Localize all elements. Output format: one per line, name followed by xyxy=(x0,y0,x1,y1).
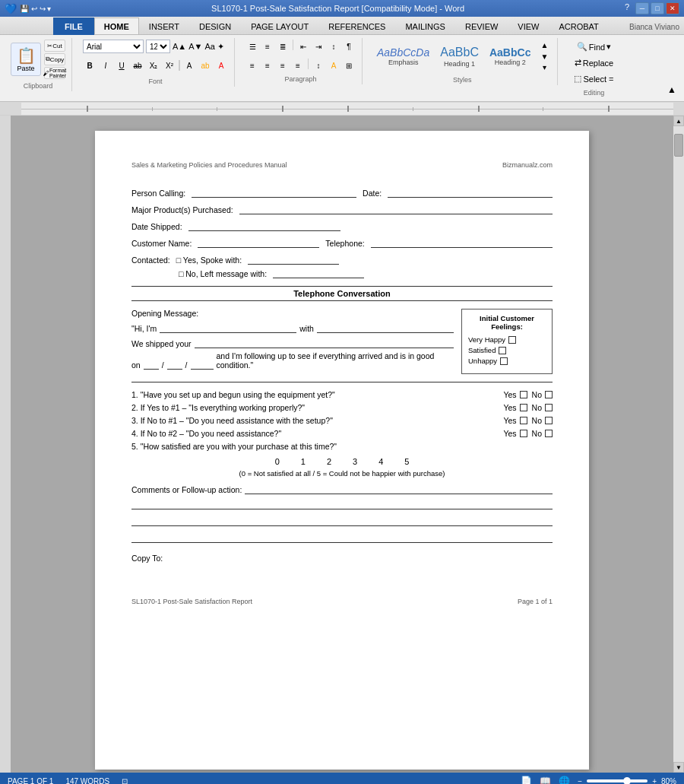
zoom-out-button[interactable]: − xyxy=(578,777,582,785)
select-button[interactable]: ⬚ Select = xyxy=(568,71,619,86)
sort-button[interactable]: ↕ xyxy=(327,40,340,53)
superscript-button[interactable]: X² xyxy=(163,59,176,72)
spoke-with-line xyxy=(248,254,339,265)
q4-no-checkbox[interactable] xyxy=(545,430,553,437)
very-happy-checkbox[interactable] xyxy=(508,336,516,344)
numbering-button[interactable]: ≡ xyxy=(261,40,274,53)
scroll-thumb[interactable] xyxy=(674,134,683,157)
show-marks-button[interactable]: ¶ xyxy=(342,40,356,53)
font-color-button[interactable]: A xyxy=(214,59,228,72)
q3-no-checkbox[interactable] xyxy=(545,417,553,424)
copy-button[interactable]: ⧉ Copy xyxy=(44,53,65,65)
scale-4: 4 xyxy=(378,457,383,466)
style-heading2[interactable]: AaBbCc Heading 2 xyxy=(486,44,534,69)
multilevel-list-button[interactable]: ≣ xyxy=(276,40,290,53)
tab-insert[interactable]: INSERT xyxy=(139,17,189,34)
restore-button[interactable]: □ xyxy=(651,2,664,14)
ribbon-collapse-button[interactable]: ▲ xyxy=(664,81,679,98)
satisfied-label: Satisfied xyxy=(468,346,496,354)
bold-button[interactable]: B xyxy=(83,59,97,72)
style-emphasis[interactable]: AaBbCcDa Emphasis xyxy=(373,44,433,69)
styles-scroll-down[interactable]: ▼ xyxy=(537,51,551,62)
minimize-button[interactable]: ─ xyxy=(635,2,649,14)
italic-button[interactable]: I xyxy=(99,59,112,72)
shading-button[interactable]: A xyxy=(327,59,340,72)
view-web-icon[interactable]: 🌐 xyxy=(559,776,570,784)
tab-acrobat[interactable]: ACROBAT xyxy=(549,17,608,34)
tab-review[interactable]: REVIEW xyxy=(455,17,508,34)
view-read-icon[interactable]: 📖 xyxy=(540,776,551,784)
q2-yes: Yes xyxy=(503,403,527,412)
q2-no-checkbox[interactable] xyxy=(545,404,553,411)
cut-button[interactable]: ✂ Cut xyxy=(44,40,65,52)
clipboard-content: 📋 Paste ✂ Cut ⧉ Copy 🖌 Format Painter xyxy=(11,40,65,79)
tab-mailings[interactable]: MAILINGS xyxy=(395,17,455,34)
find-button[interactable]: 🔍 Find ▾ xyxy=(572,40,616,54)
replace-button[interactable]: ⇄ Replace xyxy=(569,56,619,70)
format-painter-button[interactable]: 🖌 Format Painter xyxy=(44,67,65,79)
view-print-icon[interactable]: 📄 xyxy=(521,776,532,784)
subscript-button[interactable]: X₂ xyxy=(147,59,160,72)
date-slash2 xyxy=(167,359,182,370)
font-size-select[interactable]: 12 xyxy=(146,40,170,53)
scroll-down-button[interactable]: ▼ xyxy=(673,762,684,773)
scale-note: (0 = Not satisfied at all / 5 = Could no… xyxy=(131,469,553,478)
person-date-row: Person Calling: Date: xyxy=(131,187,553,198)
q1-yes-checkbox[interactable] xyxy=(520,391,527,398)
line-spacing-button[interactable]: ↕ xyxy=(312,59,325,72)
close-button[interactable]: ✕ xyxy=(666,2,679,14)
scale-5: 5 xyxy=(404,457,409,466)
styles-more[interactable]: ▾ xyxy=(537,62,551,73)
q5-text: 5. "How satisfied are you with your purc… xyxy=(131,442,337,451)
decrease-indent-button[interactable]: ⇤ xyxy=(296,40,310,53)
q4-yes-checkbox[interactable] xyxy=(520,430,527,437)
opening-message-label: Opening Message: xyxy=(131,309,454,318)
satisfaction-scale: 0 1 2 3 4 5 xyxy=(131,457,553,466)
font-name-select[interactable]: Arial xyxy=(83,40,144,53)
styles-scroll-up[interactable]: ▲ xyxy=(537,40,551,51)
zoom-slider[interactable] xyxy=(587,779,648,782)
satisfied-checkbox[interactable] xyxy=(499,347,506,354)
we-shipped-text: We shipped your xyxy=(131,339,192,348)
document-container[interactable]: Sales & Marketing Policies and Procedure… xyxy=(11,116,673,773)
clear-format-icon[interactable]: ✦ xyxy=(217,42,224,52)
help-button[interactable]: ? xyxy=(625,2,629,14)
tab-design[interactable]: DESIGN xyxy=(189,17,241,34)
tab-references[interactable]: REFERENCES xyxy=(318,17,395,34)
strikethrough-button[interactable]: ab xyxy=(131,59,144,72)
shrink-font-icon[interactable]: A▼ xyxy=(188,42,202,51)
user-name: Bianca Viviano xyxy=(625,20,684,34)
styles-content: AaBbCcDa Emphasis AaBbC Heading 1 AaBbCc… xyxy=(373,40,551,73)
bullets-button[interactable]: ☰ xyxy=(245,40,259,53)
tab-file[interactable]: FILE xyxy=(53,17,94,35)
paste-button[interactable]: 📋 Paste xyxy=(11,43,41,76)
zoom-in-button[interactable]: + xyxy=(652,777,657,785)
grow-font-icon[interactable]: A▲ xyxy=(173,42,186,51)
align-left-button[interactable]: ≡ xyxy=(245,59,259,72)
increase-indent-button[interactable]: ⇥ xyxy=(312,40,325,53)
scroll-up-button[interactable]: ▲ xyxy=(673,116,684,126)
styles-group: AaBbCcDa Emphasis AaBbC Heading 1 AaBbCc… xyxy=(367,38,558,85)
align-right-button[interactable]: ≡ xyxy=(276,59,290,72)
clipboard-small-buttons: ✂ Cut ⧉ Copy 🖌 Format Painter xyxy=(44,40,65,79)
change-case-icon[interactable]: Aa xyxy=(204,42,214,51)
text-effect-button[interactable]: A xyxy=(182,59,196,72)
tab-view[interactable]: VIEW xyxy=(508,17,549,34)
justify-button[interactable]: ≡ xyxy=(291,59,305,72)
tab-home[interactable]: HOME xyxy=(94,17,139,34)
style-heading1[interactable]: AaBbC Heading 1 xyxy=(436,43,483,69)
hi-im-row: "Hi, I'm with xyxy=(131,322,454,333)
shipped-row: We shipped your xyxy=(131,338,454,348)
date-line xyxy=(388,187,553,198)
q2-yes-checkbox[interactable] xyxy=(520,404,527,411)
unhappy-checkbox[interactable] xyxy=(500,357,508,365)
clipboard-group: 📋 Paste ✂ Cut ⧉ Copy 🖌 Format Painter Cl… xyxy=(5,38,72,91)
q3-yes-checkbox[interactable] xyxy=(520,417,527,424)
borders-button[interactable]: ⊞ xyxy=(342,59,356,72)
underline-button[interactable]: U xyxy=(115,59,128,72)
q1-no-checkbox[interactable] xyxy=(545,391,553,398)
quick-access: 💾 ↩ ↪ ▾ xyxy=(20,5,51,13)
tab-page-layout[interactable]: PAGE LAYOUT xyxy=(241,17,318,34)
align-center-button[interactable]: ≡ xyxy=(261,59,274,72)
highlight-color-button[interactable]: ab xyxy=(198,59,212,72)
